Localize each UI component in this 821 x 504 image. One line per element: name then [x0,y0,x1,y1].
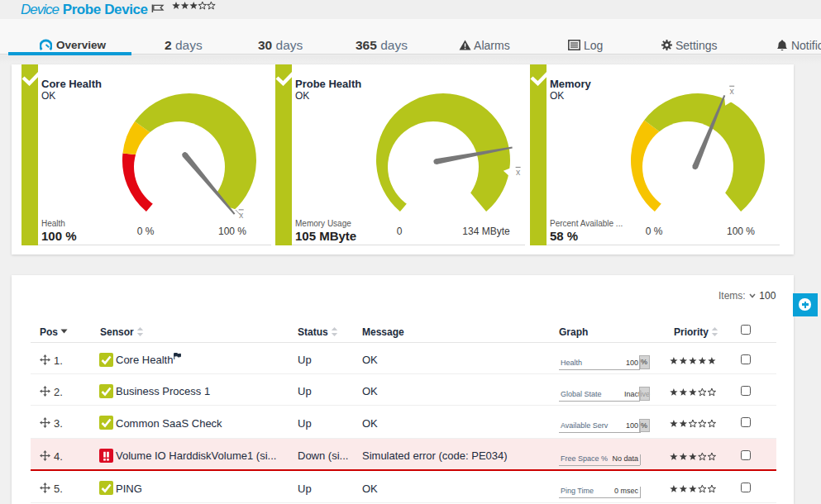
svg-text:x: x [239,210,244,220]
svg-text:x: x [730,86,735,96]
svg-text:x: x [516,167,521,177]
